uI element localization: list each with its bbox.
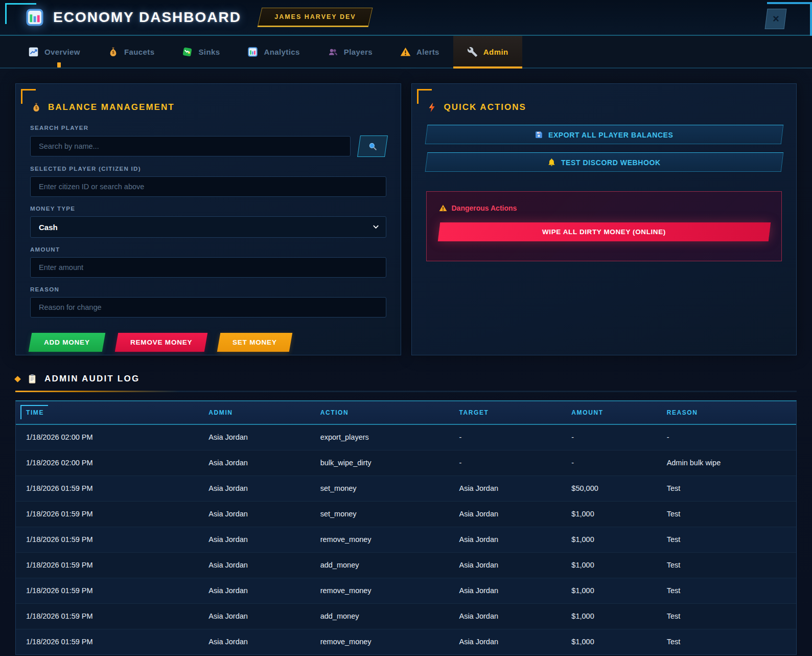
cell-target: - <box>449 450 561 476</box>
players-icon <box>328 47 338 57</box>
cell-time: 1/18/2026 01:59 PM <box>16 578 198 603</box>
cell-admin: Asia Jordan <box>198 578 310 603</box>
test-webhook-button[interactable]: TEST DISCORD WEBHOOK <box>425 152 783 172</box>
column-header-target: TARGET <box>449 401 561 424</box>
diamond-bullet-icon <box>14 376 21 382</box>
tab-analytics[interactable]: Analytics <box>234 36 313 67</box>
cell-time: 1/18/2026 01:59 PM <box>16 501 198 527</box>
amount-label: AMOUNT <box>30 246 386 253</box>
money-bag-icon <box>108 47 119 57</box>
cell-admin: Asia Jordan <box>198 527 310 552</box>
cell-admin: Asia Jordan <box>198 424 310 450</box>
warning-icon <box>400 47 411 57</box>
cell-target: Asia Jordan <box>449 527 561 552</box>
search-player-input[interactable] <box>30 136 351 156</box>
close-icon: × <box>773 12 779 26</box>
cell-time: 1/18/2026 01:59 PM <box>16 476 198 501</box>
cell-reason: Test <box>657 603 796 629</box>
export-balances-button[interactable]: EXPORT ALL PLAYER BALANCES <box>425 125 783 144</box>
cell-amount: - <box>561 424 656 450</box>
tab-label: Analytics <box>264 48 299 56</box>
cell-action: export_players <box>310 424 449 450</box>
table-row: 1/18/2026 02:00 PMAsia Jordanexport_play… <box>16 424 796 450</box>
cell-admin: Asia Jordan <box>198 476 310 501</box>
tab-sinks[interactable]: Sinks <box>168 36 234 67</box>
clipboard-icon <box>27 374 37 384</box>
set-money-button[interactable]: SET MONEY <box>217 333 292 352</box>
cell-admin: Asia Jordan <box>198 501 310 527</box>
table-row: 1/18/2026 01:59 PMAsia Jordanremove_mone… <box>16 578 796 603</box>
tab-label: Overview <box>44 48 80 56</box>
tab-label: Sinks <box>198 48 220 56</box>
cell-reason: Test <box>657 552 796 578</box>
table-row: 1/18/2026 01:59 PMAsia Jordanadd_moneyAs… <box>16 603 796 629</box>
reason-input[interactable] <box>30 297 386 318</box>
cell-admin: Asia Jordan <box>198 629 310 654</box>
cell-reason: Test <box>657 501 796 527</box>
nav-tabs: OverviewFaucetsSinksAnalyticsPlayersAler… <box>0 36 812 69</box>
cell-time: 1/18/2026 02:00 PM <box>16 450 198 476</box>
audit-underline <box>15 391 797 392</box>
cell-admin: Asia Jordan <box>198 603 310 629</box>
cell-target: Asia Jordan <box>449 501 561 527</box>
bell-icon <box>547 158 556 167</box>
cell-reason: Test <box>657 527 796 552</box>
citizen-id-input[interactable] <box>30 176 386 197</box>
selected-player-label: SELECTED PLAYER (CITIZEN ID) <box>30 166 386 172</box>
cell-action: remove_money <box>310 629 449 654</box>
chart-down-icon <box>182 47 193 57</box>
audit-log-title: ADMIN AUDIT LOG <box>44 374 140 384</box>
close-button[interactable]: × <box>765 9 787 29</box>
cell-admin: Asia Jordan <box>198 552 310 578</box>
reason-label: REASON <box>30 286 386 292</box>
cell-reason: Test <box>657 476 796 501</box>
quick-actions-panel: QUICK ACTIONS EXPORT ALL PLAYER BALANCES… <box>411 83 797 355</box>
cell-reason: - <box>657 424 796 450</box>
cell-action: bulk_wipe_dirty <box>310 450 449 476</box>
tab-players[interactable]: Players <box>314 36 386 67</box>
cell-target: - <box>449 424 561 450</box>
table-row: 1/18/2026 01:59 PMAsia Jordanset_moneyAs… <box>16 501 796 527</box>
tab-label: Alerts <box>416 48 439 56</box>
cell-amount: $1,000 <box>561 629 656 654</box>
cell-reason: Test <box>657 578 796 603</box>
table-row: 1/18/2026 01:59 PMAsia Jordanadd_moneyAs… <box>16 552 796 578</box>
cell-amount: $1,000 <box>561 603 656 629</box>
cell-target: Asia Jordan <box>449 578 561 603</box>
search-button[interactable] <box>357 135 388 157</box>
add-money-button[interactable]: ADD MONEY <box>29 333 105 352</box>
amount-input[interactable] <box>30 257 386 278</box>
tab-faucets[interactable]: Faucets <box>94 36 169 67</box>
money-type-select[interactable]: Cash <box>30 216 386 238</box>
tab-alerts[interactable]: Alerts <box>386 36 453 67</box>
export-balances-label: EXPORT ALL PLAYER BALANCES <box>548 130 674 139</box>
cell-amount: $1,000 <box>561 578 656 603</box>
title-bar: ECONOMY DASHBOARD JAMES HARVEY DEV × <box>0 0 812 36</box>
chart-up-icon <box>28 47 39 57</box>
tab-overview[interactable]: Overview <box>14 36 94 67</box>
tab-admin[interactable]: Admin <box>453 36 522 67</box>
test-webhook-label: TEST DISCORD WEBHOOK <box>561 158 661 166</box>
lightning-icon <box>427 102 437 112</box>
cell-amount: $1,000 <box>561 552 656 578</box>
search-icon <box>367 142 377 151</box>
money-bag-icon <box>31 102 41 112</box>
remove-money-button[interactable]: REMOVE MONEY <box>114 333 207 352</box>
wipe-dirty-money-button[interactable]: WIPE ALL DIRTY MONEY (ONLINE) <box>437 222 770 241</box>
table-header-row: TIMEADMINACTIONTARGETAMOUNTREASON <box>16 401 796 424</box>
dangerous-actions-label: Dangerous Actions <box>452 204 517 212</box>
dangerous-actions-zone: Dangerous Actions WIPE ALL DIRTY MONEY (… <box>426 191 782 261</box>
cell-action: remove_money <box>310 527 449 552</box>
quick-actions-title: QUICK ACTIONS <box>444 102 526 112</box>
cell-target: Asia Jordan <box>449 476 561 501</box>
cell-amount: - <box>561 450 656 476</box>
audit-log-table: TIMEADMINACTIONTARGETAMOUNTREASON 1/18/2… <box>15 400 797 655</box>
cell-action: remove_money <box>310 578 449 603</box>
cell-reason: Admin bulk wipe <box>657 450 796 476</box>
cell-action: set_money <box>310 501 449 527</box>
search-player-label: SEARCH PLAYER <box>30 125 386 131</box>
tab-label: Admin <box>483 48 508 56</box>
panel-corner-accent <box>417 89 432 104</box>
cell-reason: Test <box>657 629 796 654</box>
wrench-icon <box>467 47 478 57</box>
